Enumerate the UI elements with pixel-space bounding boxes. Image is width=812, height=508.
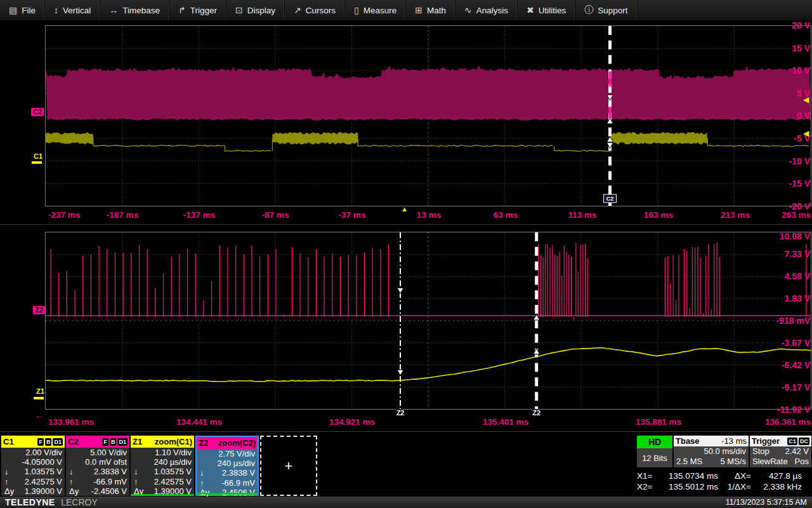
- axis-label: -87 ms: [262, 210, 289, 220]
- descriptor-header: Z1 zoom(C1): [131, 436, 194, 448]
- timebase-label: Tbase: [676, 436, 700, 446]
- menu-trigger-label: Trigger: [190, 6, 217, 15]
- channel-descriptor-c1[interactable]: C1 FBD1 2.00 V/div -4.05000 V ↓1.03575 V…: [1, 436, 65, 496]
- z1-zero-marker[interactable]: Z1: [36, 388, 44, 395]
- axis-label: 20 V: [792, 20, 810, 30]
- menu-support-label: Support: [598, 6, 627, 15]
- axis-label: -9.17 V: [782, 382, 810, 392]
- vdiv-value: 2.75 V/div: [218, 449, 255, 458]
- trace-id: Z1: [133, 437, 142, 446]
- c1-level-bar: [32, 161, 42, 164]
- row-glyph: [199, 458, 200, 468]
- offset-value: -4.05000 V: [22, 457, 62, 467]
- cursor1-arrow-icon: ↓: [133, 467, 138, 476]
- trace-enabled-indicator: [131, 494, 194, 496]
- svg-text:Z2: Z2: [396, 409, 405, 417]
- offset-value: 0.0 mV ofst: [85, 457, 127, 467]
- row-glyph: [4, 457, 4, 467]
- menu-utilities[interactable]: ✖Utilities: [518, 0, 575, 20]
- zoom-waveform-canvas: Z2Z2: [46, 232, 811, 409]
- axis-label: -6.42 V: [782, 360, 810, 370]
- axis-label: 135.401 ms: [483, 417, 528, 427]
- trigger-type: SlewRate: [752, 457, 788, 467]
- axis-label: 263 ms: [782, 210, 811, 220]
- trigger-level: 2.42 V: [785, 446, 809, 457]
- zoom-descriptor-z2-selected[interactable]: Z2 zoom(C2) 2.75 V/div 240 µs/div ↓2.383…: [195, 436, 259, 496]
- trigger-edge-icon: ↱: [178, 5, 186, 15]
- menu-support[interactable]: ⓘSupport: [575, 0, 637, 20]
- cursor2-arrow-icon: ↑: [4, 477, 9, 486]
- menu-timebase[interactable]: ↔Timebase: [100, 0, 169, 20]
- tdiv-value: 240 µs/div: [217, 458, 255, 468]
- axis-label: 13 ms: [417, 210, 441, 220]
- zoom-waveform-grid[interactable]: Z2Z2: [45, 232, 811, 410]
- menu-measure[interactable]: ▯Measure: [345, 0, 406, 20]
- z2-zero-marker[interactable]: Z2: [33, 306, 45, 314]
- row-glyph: [133, 448, 134, 457]
- cursor2-value: 2.42575 V: [154, 477, 192, 486]
- trigger-panel[interactable]: Trigger C1DC Stop2.42 V SlewRatePos: [750, 436, 811, 467]
- trigger-position-marker[interactable]: ▲: [401, 206, 408, 213]
- dx-label: ΔX=: [718, 471, 751, 481]
- cursor1-value: 2.3838 V: [94, 467, 127, 476]
- menu-math[interactable]: ⊞Math: [406, 0, 455, 20]
- bandwidth-badge: B: [45, 438, 52, 446]
- menu-file[interactable]: ▤File: [0, 0, 45, 20]
- menu-measure-label: Measure: [363, 6, 397, 15]
- menu-analysis-label: Analysis: [476, 6, 508, 15]
- cursor2-arrow-icon: ↑: [69, 477, 74, 486]
- c1-zero-marker[interactable]: C1: [34, 153, 43, 160]
- acquisition-mode-panel[interactable]: HD 12 Bits: [637, 436, 672, 467]
- cursor-level-arrow: ◀: [803, 96, 809, 104]
- menu-display[interactable]: ⊡Display: [226, 0, 285, 20]
- menu-vertical-label: Vertical: [63, 6, 91, 15]
- menu-utilities-label: Utilities: [539, 6, 566, 15]
- trigger-coupling-badge: DC: [799, 438, 809, 445]
- c2-zero-marker[interactable]: C2: [31, 108, 44, 116]
- descriptor-header: C2 FBD1: [66, 436, 129, 448]
- delta-y-value: 1.39000 V: [25, 486, 62, 496]
- delta-y-value: -2.4506 V: [91, 486, 127, 496]
- main-waveform-grid[interactable]: C2: [45, 25, 811, 206]
- menu-math-label: Math: [427, 6, 446, 15]
- add-trace-box[interactable]: +: [260, 436, 317, 496]
- divider: [0, 431, 812, 432]
- cursor1-arrow-icon: ↓: [4, 467, 9, 476]
- axis-label: 213 ms: [721, 210, 750, 220]
- channel-descriptor-c2[interactable]: C2 FBD1 5.00 V/div 0.0 mV ofst ↓2.3838 V…: [66, 436, 129, 496]
- channel-id: C2: [68, 437, 79, 446]
- menu-trigger[interactable]: ↱Trigger: [169, 0, 226, 20]
- brand-bold: TELEDYNE: [5, 497, 55, 507]
- row-glyph: [199, 449, 200, 458]
- axis-label: -187 ms: [107, 210, 138, 220]
- info-icon: ⓘ: [584, 4, 593, 16]
- cursor2-arrow-icon: ↑: [133, 477, 138, 486]
- trace-id: Z2: [199, 438, 208, 448]
- trace-enabled-indicator: [197, 493, 258, 495]
- bandwidth-badge: B: [110, 438, 117, 446]
- axis-label: -918 mV: [776, 316, 810, 326]
- axis-label: 7.33 V: [785, 249, 810, 259]
- axis-label: -37 ms: [339, 210, 366, 220]
- trigger-label: Trigger: [752, 436, 780, 446]
- axis-label: 15 V: [792, 43, 810, 53]
- menu-analysis[interactable]: ∿Analysis: [455, 0, 518, 20]
- measure-ruler-icon: ▯: [354, 5, 359, 15]
- row-glyph: [69, 448, 69, 457]
- vdiv-value: 5.00 V/div: [90, 448, 127, 457]
- z1-level-bar: [34, 397, 44, 399]
- svg-text:C2: C2: [606, 196, 613, 202]
- hd-badge: HD: [637, 436, 672, 448]
- waveform-chart-icon: ∿: [464, 5, 472, 15]
- x2-label: X2=: [637, 481, 657, 492]
- axis-label: -10 V: [789, 156, 810, 166]
- axis-label: 10 V: [792, 65, 810, 76]
- brand-light: LECROY: [61, 497, 98, 507]
- menu-cursors[interactable]: ↗Cursors: [285, 0, 345, 20]
- timebase-panel[interactable]: Tbase -13 ms 50.0 ms/div 2.5 MS5 MS/s: [674, 436, 749, 467]
- menu-vertical[interactable]: ↕Vertical: [45, 0, 100, 20]
- x1-value: 135.0734 ms: [657, 471, 718, 481]
- channel-id: C1: [3, 437, 14, 446]
- trigger-source-badge: C1: [787, 438, 797, 445]
- zoom-descriptor-z1[interactable]: Z1 zoom(C1) 1.10 V/div 240 µs/div ↓1.035…: [131, 436, 194, 496]
